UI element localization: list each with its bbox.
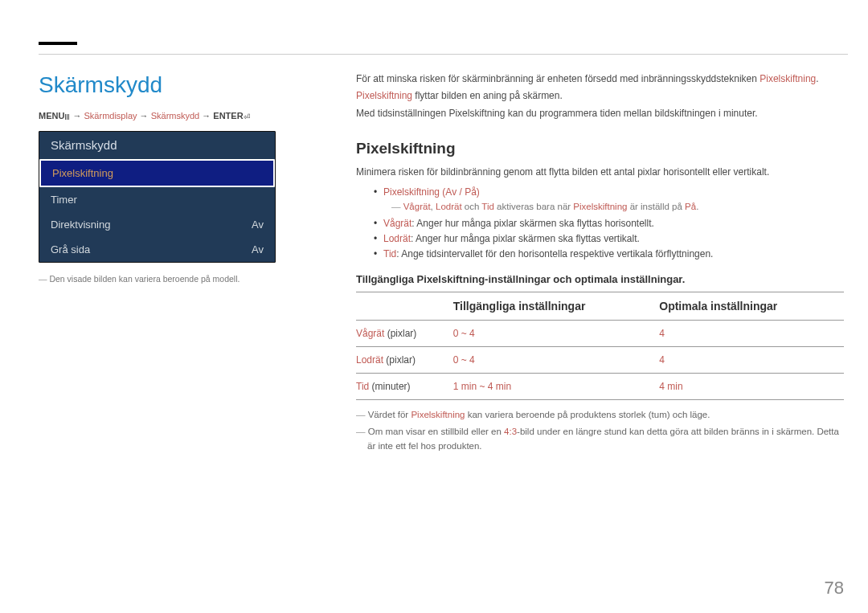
right-column: För att minska risken för skärminbrännin… (356, 72, 844, 454)
text: Lodrät (356, 354, 383, 366)
tv-item-pixelskiftning[interactable]: Pixelskiftning (39, 159, 275, 187)
text: Vågrät (403, 202, 431, 211)
text: flyttar bilden en aning på skärmen. (412, 90, 563, 101)
breadcrumb-menu: MENU (39, 111, 64, 121)
tv-item-label: Pixelskiftning (52, 167, 113, 179)
cell-available: 0 ~ 4 (453, 321, 660, 347)
table-header-empty (356, 292, 453, 321)
sub-heading: Tillgängliga Pixelskiftning-inställninga… (356, 273, 844, 285)
bullet-rest: (Av / På) (440, 186, 480, 198)
left-column: Skärmskydd MENU Ⅲ → Skärmdisplay → Skärm… (39, 72, 276, 284)
text: Tid (356, 381, 369, 392)
cell-optimal: 4 min (659, 374, 844, 400)
section-desc: Minimera risken för bildinbränning genom… (356, 166, 844, 179)
left-footnote: Den visade bilden kan variera beroende p… (39, 274, 276, 284)
bullet-rest: : Anger hur många pixlar skärmen ska fly… (411, 233, 640, 244)
pixelskiftning-term: Pixelskiftning (356, 90, 412, 101)
table-row: Vågrät (pixlar) 0 ~ 4 4 (356, 321, 844, 347)
text: aktiveras bara när (494, 202, 573, 211)
bullet-rest: : Anger hur många pixlar skärmen ska fly… (411, 218, 653, 229)
table-header-row: Tillgängliga inställningar Optimala inst… (356, 292, 844, 321)
list-item: Pixelskiftning (Av / På) (374, 185, 844, 200)
text: För att minska risken för skärminbrännin… (356, 73, 760, 84)
bullet-rest: : Ange tidsintervallet för den horisonte… (396, 248, 713, 260)
table-header-available: Tillgängliga inställningar (453, 292, 660, 321)
intro-p3: Med tidsinställningen Pixelskiftning kan… (356, 107, 844, 121)
tv-item-value: Av (252, 219, 264, 231)
intro-p2: Pixelskiftning flyttar bilden en aning p… (356, 89, 844, 103)
bullet-list-2: Vågrät: Anger hur många pixlar skärmen s… (374, 216, 844, 263)
text: 4:3 (504, 427, 517, 436)
top-divider (39, 54, 848, 55)
tv-item-direktvisning[interactable]: Direktvisning Av (39, 212, 275, 237)
cell-available: 0 ~ 4 (453, 347, 660, 374)
text: (pixlar) (383, 354, 416, 366)
note-2: Om man visar en stillbild eller en 4:3-b… (367, 425, 844, 454)
sub-note: Vågrät, Lodrät och Tid aktiveras bara nä… (391, 202, 844, 211)
tv-menu-header: Skärmskydd (39, 132, 275, 159)
tv-item-label: Timer (51, 194, 77, 206)
intro-p1: För att minska risken för skärminbrännin… (356, 72, 844, 86)
pixelskiftning-term: Pixelskiftning (760, 73, 816, 84)
cell-optimal: 4 (659, 321, 844, 347)
breadcrumb-p2: Skärmskydd (151, 111, 200, 121)
text: Om man visar en stillbild eller en (368, 427, 504, 436)
table-header-optimal: Optimala inställningar (659, 292, 844, 321)
tv-menu-panel: Skärmskydd Pixelskiftning Timer Direktvi… (39, 131, 276, 263)
list-item: Tid: Ange tidsintervallet för den horiso… (374, 247, 844, 262)
bullet-hl: Tid (383, 248, 396, 260)
enter-icon: ⏎ (244, 112, 250, 121)
breadcrumb: MENU Ⅲ → Skärmdisplay → Skärmskydd → ENT… (39, 111, 276, 121)
bullet-hl: Lodrät (383, 233, 411, 244)
settings-table: Tillgängliga inställningar Optimala inst… (356, 292, 844, 400)
cell-label: Vågrät (pixlar) (356, 321, 453, 347)
tv-item-gra-sida[interactable]: Grå sida Av (39, 237, 275, 262)
note-1: Värdet för Pixelskiftning kan variera be… (367, 408, 844, 423)
bullet-hl: Pixelskiftning (383, 186, 440, 198)
tv-item-label: Grå sida (51, 243, 90, 255)
list-item: Vågrät: Anger hur många pixlar skärmen s… (374, 216, 844, 231)
text: (minuter) (369, 381, 410, 392)
main-title: Skärmskydd (39, 72, 276, 98)
menu-icon: Ⅲ (64, 112, 70, 121)
text: kan variera beroende på produktens storl… (465, 410, 710, 419)
top-accent-bar (39, 42, 77, 45)
list-item: Lodrät: Anger hur många pixlar skärmen s… (374, 231, 844, 247)
text: Pixelskiftning (573, 202, 627, 211)
bullet-hl: Vågrät (383, 218, 411, 229)
text: är inställd på (627, 202, 685, 211)
table-row: Tid (minuter) 1 min ~ 4 min 4 min (356, 374, 844, 400)
tv-item-label: Direktvisning (51, 219, 110, 231)
page-number: 78 (825, 578, 844, 599)
text: Lodrät (436, 202, 462, 211)
bottom-notes: Värdet för Pixelskiftning kan variera be… (356, 408, 844, 453)
table-row: Lodrät (pixlar) 0 ~ 4 4 (356, 347, 844, 374)
cell-label: Tid (minuter) (356, 374, 453, 400)
breadcrumb-enter: ENTER (213, 111, 243, 121)
text: Vågrät (356, 328, 384, 339)
tv-item-value: Av (252, 243, 264, 255)
section-title: Pixelskiftning (356, 140, 844, 157)
text: Pixelskiftning (411, 410, 465, 419)
text: (pixlar) (384, 328, 416, 339)
text: . (696, 202, 698, 211)
page-container: Skärmskydd MENU Ⅲ → Skärmdisplay → Skärm… (39, 72, 844, 573)
text: Tid (481, 202, 494, 211)
cell-available: 1 min ~ 4 min (453, 374, 660, 400)
text: . (816, 73, 818, 84)
cell-optimal: 4 (659, 347, 844, 374)
breadcrumb-p1: Skärmdisplay (84, 111, 137, 121)
cell-label: Lodrät (pixlar) (356, 347, 453, 374)
text: Värdet för (368, 410, 411, 419)
bullet-list-1: Pixelskiftning (Av / På) (374, 185, 844, 200)
text: På (685, 202, 696, 211)
tv-item-timer[interactable]: Timer (39, 187, 275, 212)
